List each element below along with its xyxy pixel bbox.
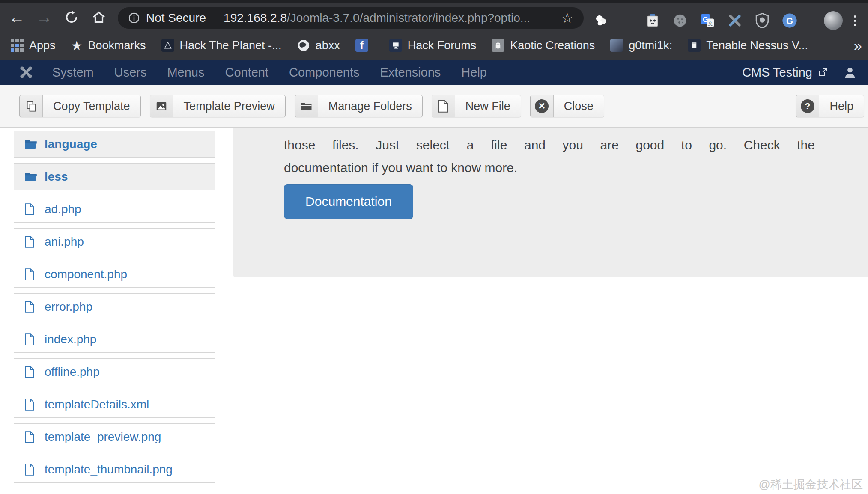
site-preview-link[interactable]: CMS Testing: [742, 65, 828, 80]
joomla-admin-template-manager-screen: ← → Not Secure 192.168.2.8/Joomla-3.7.0/…: [0, 0, 868, 494]
bookmark-g0tmi1k[interactable]: g0tmi1k:: [610, 39, 672, 52]
browser-toolbar: ← → Not Secure 192.168.2.8/Joomla-3.7.0/…: [0, 3, 868, 31]
extension-grammarly-icon[interactable]: G: [781, 12, 798, 29]
profile-avatar[interactable]: [824, 11, 843, 30]
bookmark-bookmarks-folder[interactable]: ★ Bookmarks: [71, 38, 146, 53]
address-bar[interactable]: Not Secure 192.168.2.8/Joomla-3.7.0/admi…: [118, 7, 584, 29]
info-icon[interactable]: [128, 12, 140, 24]
editor-info-panel: those files. Just select a file and you …: [233, 128, 868, 277]
apps-label: Apps: [29, 39, 56, 52]
documentation-button[interactable]: Documentation: [284, 184, 413, 219]
file-item-error-php[interactable]: error.php: [14, 293, 215, 320]
bookmark-hack-forums[interactable]: Hack Forums: [389, 39, 477, 52]
menu-help[interactable]: Help: [461, 65, 487, 80]
component-toolbar: Copy Template Template Preview Manage Fo…: [0, 85, 868, 128]
bookmark-label: Bookmarks: [88, 39, 146, 52]
menu-content[interactable]: Content: [225, 65, 268, 80]
url-path: /Joomla-3.7.0/administrator/index.php?op…: [287, 11, 530, 24]
file-name: error.php: [45, 300, 92, 314]
bookmark-label: Tenable Nessus V...: [706, 39, 808, 52]
bookmark-star-icon[interactable]: ☆: [561, 10, 573, 26]
folder-icon: [24, 171, 38, 182]
extension-blob-icon[interactable]: [593, 12, 609, 29]
file-name: offline.php: [45, 365, 100, 379]
menu-system[interactable]: System: [52, 65, 94, 80]
window-top-strip: [0, 0, 868, 3]
template-preview-label: Template Preview: [173, 95, 285, 117]
reload-icon[interactable]: [61, 6, 82, 28]
toolbar-divider: [811, 13, 811, 28]
help-circle-icon: ?: [796, 95, 819, 117]
folder-name: language: [45, 137, 97, 151]
facebook-favicon: f: [355, 39, 368, 52]
file-name: templateDetails.xml: [45, 398, 149, 411]
file-item-ani-php[interactable]: ani.php: [14, 228, 215, 255]
extension-joomla-icon[interactable]: [727, 12, 743, 29]
folder-icon: [24, 139, 38, 150]
file-name: component.php: [45, 268, 127, 281]
forward-icon[interactable]: →: [33, 6, 55, 28]
menu-components[interactable]: Components: [289, 65, 359, 80]
url-divider: [215, 12, 215, 24]
user-icon[interactable]: [843, 65, 857, 79]
help-label: Help: [819, 95, 864, 117]
external-link-icon: [817, 67, 828, 77]
description-line-1: those files. Just select a file and you …: [284, 134, 815, 156]
menu-menus[interactable]: Menus: [167, 65, 204, 80]
bookmark-hack-the-planet[interactable]: Hack The Planet -...: [161, 39, 282, 52]
file-item-index-php[interactable]: index.php: [14, 326, 215, 353]
folder-item-language[interactable]: language: [14, 131, 215, 158]
home-icon[interactable]: [88, 6, 110, 28]
file-item-template-thumbnail-png[interactable]: template_thumbnail.png: [14, 456, 215, 483]
file-icon: [432, 95, 455, 117]
file-name: index.php: [45, 333, 96, 346]
kaotic-creations-favicon: [492, 39, 504, 52]
manage-folders-label: Manage Folders: [318, 95, 422, 117]
extension-robot-icon[interactable]: [644, 12, 661, 29]
bookmark-facebook[interactable]: f: [355, 39, 374, 52]
hack-forums-favicon: [389, 39, 402, 52]
bookmark-tenable-nessus[interactable]: Tenable Nessus V...: [688, 39, 808, 52]
bookmarks-bar: Apps ★ Bookmarks Hack The Planet -... ab…: [0, 31, 868, 60]
folder-item-less[interactable]: less: [14, 163, 215, 190]
file-item-template-preview-png[interactable]: template_preview.png: [14, 423, 215, 450]
file-item-ad-php[interactable]: ad.php: [14, 196, 215, 223]
file-name: ani.php: [45, 235, 84, 249]
watermark: @稀土掘金技术社区: [759, 477, 863, 492]
bookmark-abxx[interactable]: abxx: [297, 39, 340, 52]
folder-icon: [295, 95, 318, 117]
manage-folders-button[interactable]: Manage Folders: [295, 95, 423, 117]
bookmark-label: Hack The Planet -...: [180, 39, 282, 52]
extension-google-translate-icon[interactable]: G文: [699, 12, 716, 29]
template-preview-button[interactable]: Template Preview: [150, 95, 286, 117]
menu-users[interactable]: Users: [114, 65, 147, 80]
file-icon: [24, 333, 38, 345]
menu-extensions[interactable]: Extensions: [380, 65, 441, 80]
folder-name: less: [45, 170, 68, 184]
star-icon: ★: [71, 38, 83, 53]
file-item-templatedetails-xml[interactable]: templateDetails.xml: [14, 391, 215, 418]
chrome-menu-icon[interactable]: [854, 15, 856, 26]
copy-template-button[interactable]: Copy Template: [19, 95, 141, 117]
extension-cookie-icon[interactable]: [672, 12, 688, 29]
apps-shortcut[interactable]: Apps: [11, 39, 56, 52]
close-label: Close: [554, 95, 604, 117]
file-item-component-php[interactable]: component.php: [14, 261, 215, 288]
hack-the-planet-favicon: [161, 39, 174, 52]
close-button[interactable]: ✕ Close: [530, 95, 604, 117]
help-button[interactable]: ? Help: [796, 95, 864, 117]
url-text[interactable]: 192.168.2.8/Joomla-3.7.0/administrator/i…: [224, 11, 557, 25]
back-icon[interactable]: ←: [6, 6, 27, 28]
file-name: template_preview.png: [45, 430, 161, 444]
bookmark-kaotic-creations[interactable]: Kaotic Creations: [492, 39, 595, 52]
file-icon: [24, 431, 38, 443]
extension-shield-icon[interactable]: [754, 12, 770, 29]
bookmark-label: Hack Forums: [408, 39, 477, 52]
new-file-button[interactable]: New File: [432, 95, 521, 117]
image-icon: [150, 95, 173, 117]
file-icon: [24, 236, 38, 248]
file-item-offline-php[interactable]: offline.php: [14, 358, 215, 385]
bookmarks-overflow-chevron[interactable]: »: [854, 31, 862, 60]
site-name: CMS Testing: [742, 65, 812, 80]
g0tmi1k-favicon: [610, 39, 623, 52]
